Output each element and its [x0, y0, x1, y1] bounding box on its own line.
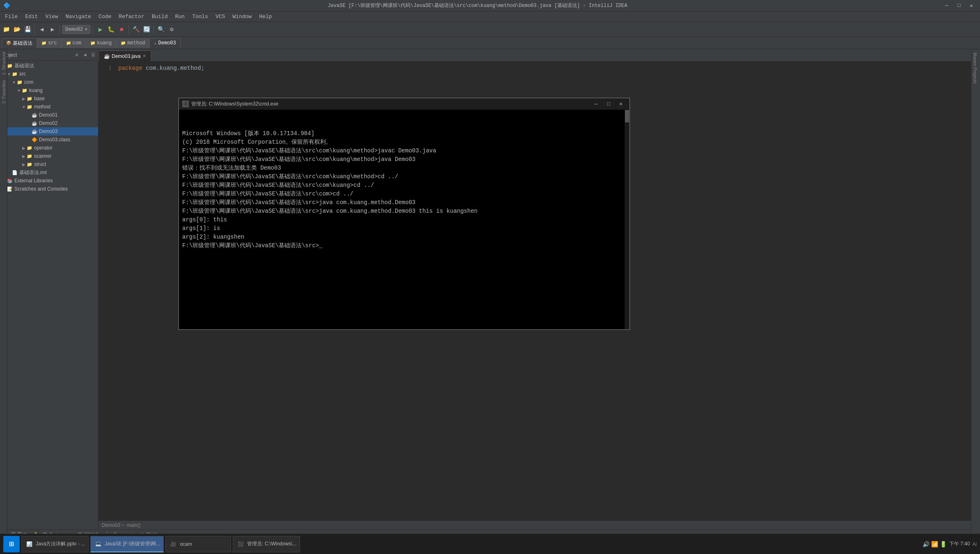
menu-run[interactable]: Run	[172, 13, 188, 21]
breadcrumb-tab-method[interactable]: 📁 method	[116, 38, 149, 48]
cmd-maximize-btn[interactable]: □	[603, 100, 614, 108]
build-btn[interactable]: 🔨	[131, 25, 140, 34]
sidebar-collapse-btn[interactable]: ◀	[82, 52, 88, 58]
new-project-btn[interactable]: 📁	[2, 25, 11, 34]
tree-item-method[interactable]: ▼ 📁 method	[0, 103, 98, 111]
menu-edit[interactable]: Edit	[22, 13, 41, 21]
menu-file[interactable]: File	[2, 13, 21, 21]
breadcrumb-tab-com[interactable]: 📁 com	[62, 38, 86, 48]
cmd-scroll-thumb[interactable]	[625, 110, 629, 122]
tree-item-extlibs[interactable]: ▶ 📚 External Libraries	[0, 177, 98, 185]
folder-icon-com: 📁	[16, 79, 23, 85]
project-dropdown[interactable]: Demo02 ▾	[62, 25, 90, 34]
cmd-controls: — □ ✕	[591, 100, 626, 108]
pptx-icon: 📊	[25, 540, 33, 548]
editor-path-main: main()	[127, 522, 141, 528]
menu-refactor[interactable]: Refactor	[115, 13, 147, 21]
close-button[interactable]: ✕	[966, 2, 977, 10]
breadcrumb-tab-src[interactable]: 📁 src	[37, 38, 62, 48]
tree-label-struct: struct	[34, 161, 46, 167]
menu-window[interactable]: Window	[229, 13, 255, 21]
tree-label-method: method	[34, 104, 50, 110]
tree-item-operator[interactable]: ▶ 📁 operator	[0, 144, 98, 152]
project-tree: ▼ 📁 基础语法 ▼ 📁 src ▼ 📁 com ▼	[0, 61, 98, 529]
favorites-tab[interactable]: 2: Favorites	[0, 78, 7, 106]
run-button[interactable]: ▶	[96, 25, 105, 34]
menu-code[interactable]: Code	[95, 13, 114, 21]
taskbar-item-pptx[interactable]: 📊 Java方法详解.pptx - ...	[21, 536, 89, 552]
taskbar-item-ocam[interactable]: 🎥 ocam	[165, 536, 231, 552]
tree-label-demo03: Demo03	[39, 129, 57, 134]
tree-item-com[interactable]: ▼ 📁 com	[0, 78, 98, 86]
search-btn[interactable]: 🔍	[156, 25, 165, 34]
taskbar-label-cmd: 管理员: C:\Windows\...	[247, 540, 296, 547]
scratch-icon: 📝	[7, 186, 13, 192]
maximize-button[interactable]: □	[954, 2, 964, 10]
open-btn[interactable]: 📂	[12, 25, 21, 34]
tray-time: 下午 7:40	[949, 541, 970, 547]
tree-item-base[interactable]: ▶ 📁 base	[0, 94, 98, 103]
tree-item-root[interactable]: ▼ 📁 基础语法	[0, 62, 98, 70]
arrow-kuang: ▼	[16, 88, 21, 93]
breadcrumb-tab-demo03[interactable]: ☕ Demo03	[149, 38, 180, 48]
tree-label-extlibs: External Libraries	[14, 178, 53, 184]
tree-item-src[interactable]: ▼ 📁 src	[0, 70, 98, 78]
taskbar-label-pptx: Java方法详解.pptx - ...	[36, 540, 85, 547]
sidebar-header: Project ⚙ ◀ ☰	[0, 49, 98, 61]
tab-label-src: src	[48, 40, 57, 46]
minimize-button[interactable]: —	[941, 2, 952, 10]
folder-icon-struct: 📁	[26, 161, 33, 168]
cmd-content[interactable]: Microsoft Windows [版本 10.0.17134.984](c)…	[179, 110, 625, 329]
taskbar-item-javase[interactable]: 💻 JavaSE [F:\班级管理\网...	[90, 536, 164, 552]
sidebar-gear-btn[interactable]: ☰	[90, 52, 96, 58]
tree-item-kuang[interactable]: ▼ 📁 kuang	[0, 86, 98, 94]
menu-vcs[interactable]: VCS	[212, 13, 228, 21]
class-icon-demo03: 🔶	[31, 136, 38, 143]
structure-tab[interactable]: 1: Structure	[0, 49, 7, 78]
menu-help[interactable]: Help	[256, 13, 275, 21]
editor-breadcrumb: Demo03 ▶ main()	[98, 520, 980, 529]
tab-icon-jichuyufa: 📦	[6, 41, 11, 46]
save-btn[interactable]: 💾	[23, 25, 32, 34]
menu-navigate[interactable]: Navigate	[62, 13, 94, 21]
rebuild-btn[interactable]: 🔄	[142, 25, 151, 34]
tree-label-demo01: Demo01	[39, 112, 57, 118]
tree-item-demo01[interactable]: ▶ ☕ Demo01	[0, 111, 98, 119]
tree-item-struct[interactable]: ▶ 📁 struct	[0, 160, 98, 168]
maven-projects-tab[interactable]: Maven Projects	[971, 49, 980, 87]
tree-item-demo03class[interactable]: ▶ 🔶 Demo03.class	[0, 136, 98, 144]
editor-tab-demo03[interactable]: ☕ Demo03.java ✕	[98, 51, 151, 61]
editor-path-demo03: Demo03	[102, 522, 120, 528]
sidebar-settings-btn[interactable]: ⚙	[73, 52, 80, 58]
toolbar-sep4	[128, 25, 129, 34]
dropdown-arrow-icon: ▾	[85, 26, 87, 32]
debug-button[interactable]: 🐛	[106, 25, 115, 34]
back-btn[interactable]: ◀	[37, 25, 46, 34]
tree-item-scratches[interactable]: ▶ 📝 Scratches and Consoles	[0, 185, 98, 193]
menu-view[interactable]: View	[42, 13, 61, 21]
taskbar-item-cmd[interactable]: ⬛ 管理员: C:\Windows\...	[233, 536, 300, 552]
cmd-body: Microsoft Windows [版本 10.0.17134.984](c)…	[179, 110, 630, 329]
lib-icon: 📚	[7, 177, 13, 184]
tree-label-scratches: Scratches and Consoles	[14, 186, 68, 192]
forward-btn[interactable]: ▶	[48, 25, 57, 34]
breadcrumb-tab-kuang[interactable]: 📁 kuang	[86, 38, 116, 48]
cmd-minimize-btn[interactable]: —	[591, 100, 602, 108]
menu-build[interactable]: Build	[149, 13, 171, 21]
cmd-scrollbar[interactable]	[625, 110, 630, 329]
title-bar: 🔷 JavaSE [F:\班级管理\网课班\代码\JavaSE\基础语法\src…	[0, 0, 980, 11]
menu-tools[interactable]: Tools	[189, 13, 211, 21]
stop-button[interactable]: ■	[117, 25, 126, 34]
breadcrumb-tab-jichuyufa[interactable]: 📦 基础语法	[2, 38, 37, 48]
tab-close-btn[interactable]: ✕	[142, 53, 146, 59]
line-num-1: 1	[98, 65, 115, 73]
folder-icon-root: 📁	[7, 62, 13, 69]
start-button[interactable]: ⊞	[3, 536, 20, 552]
folder-icon-operator: 📁	[26, 145, 33, 151]
tree-item-demo03[interactable]: ▶ ☕ Demo03	[0, 127, 98, 136]
tree-item-iml[interactable]: ▶ 📄 基础语法.iml	[0, 168, 98, 177]
tree-item-demo02[interactable]: ▶ ☕ Demo02	[0, 119, 98, 127]
tree-item-scanner[interactable]: ▶ 📁 scanner	[0, 152, 98, 160]
settings-btn[interactable]: ⚙	[167, 25, 176, 34]
cmd-close-btn[interactable]: ✕	[616, 100, 626, 108]
